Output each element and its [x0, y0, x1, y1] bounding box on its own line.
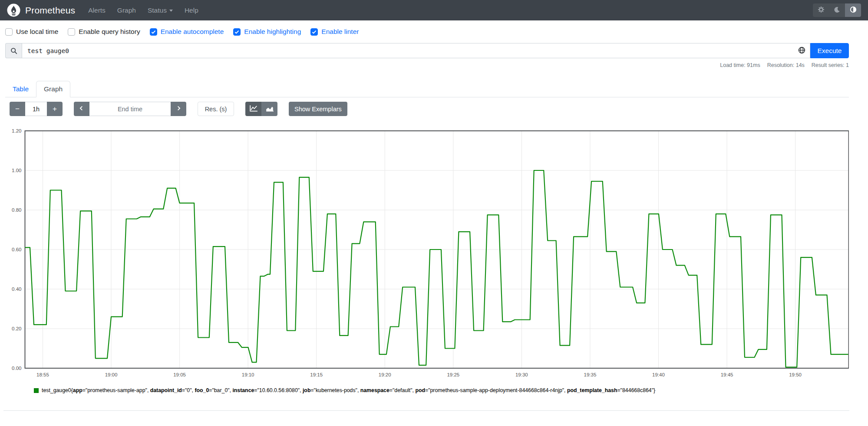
- nav-link-graph[interactable]: Graph: [117, 7, 136, 14]
- gear-icon: [818, 6, 825, 14]
- y-tick-label: 0.00: [12, 366, 21, 371]
- option-label: Use local time: [16, 28, 58, 36]
- checkbox-checked-icon[interactable]: [310, 28, 318, 36]
- x-tick-label: 19:50: [789, 372, 802, 377]
- nav-link-status[interactable]: Status: [148, 7, 173, 14]
- bottom-divider: [3, 410, 849, 411]
- load-time: Load time: 91ms: [720, 62, 760, 68]
- x-tick-label: 19:00: [105, 372, 118, 377]
- x-tick-label: 19:20: [379, 372, 391, 377]
- y-tick-label: 0.60: [12, 247, 21, 252]
- option-use-local-time[interactable]: Use local time: [5, 28, 58, 36]
- settings-button[interactable]: [813, 3, 829, 17]
- brand[interactable]: Prometheus: [7, 3, 75, 17]
- option-enable-query-history[interactable]: Enable query history: [68, 28, 140, 36]
- resolution: Resolution: 14s: [767, 62, 805, 68]
- option-enable-autocomplete[interactable]: Enable autocomplete: [150, 28, 224, 36]
- option-label: Enable linter: [321, 28, 359, 36]
- x-tick-label: 19:30: [515, 372, 528, 377]
- option-label: Enable query history: [79, 28, 140, 36]
- option-enable-highlighting[interactable]: Enable highlighting: [233, 28, 301, 36]
- x-tick-label: 19:25: [447, 372, 459, 377]
- y-tick-label: 0.80: [12, 207, 21, 213]
- checkbox-checked-icon[interactable]: [233, 28, 241, 36]
- series-color-swatch: [34, 388, 39, 393]
- tab-graph[interactable]: Graph: [36, 81, 70, 97]
- x-tick-label: 19:40: [652, 372, 665, 377]
- query-input-group: Execute: [5, 43, 849, 58]
- option-label: Enable autocomplete: [161, 28, 224, 36]
- y-tick-label: 1.00: [12, 168, 21, 173]
- x-tick-label: 18:55: [36, 372, 49, 377]
- query-options-row: Use local timeEnable query historyEnable…: [5, 25, 359, 38]
- navbar-links: AlertsGraphStatusHelp: [88, 7, 813, 14]
- query-stats: Load time: 91ms Resolution: 14s Result s…: [720, 62, 849, 68]
- series-line: [25, 170, 848, 367]
- option-enable-linter[interactable]: Enable linter: [310, 28, 359, 36]
- auto-theme-button[interactable]: [845, 3, 861, 17]
- checkbox-checked-icon[interactable]: [150, 28, 157, 36]
- prometheus-logo-icon: [7, 3, 20, 17]
- panel-tabs: Table Graph: [5, 80, 849, 97]
- theme-toggle-group: [813, 3, 861, 17]
- prometheus-app: Prometheus AlertsGraphStatusHelp: [0, 0, 868, 426]
- search-icon: [5, 43, 22, 58]
- option-label: Enable highlighting: [244, 28, 301, 36]
- y-tick-label: 0.20: [12, 326, 21, 331]
- query-input[interactable]: [22, 43, 794, 58]
- series-label-text: test_gauge0{app="prometheus-sample-app",…: [42, 387, 655, 393]
- x-tick-label: 19:05: [173, 372, 186, 377]
- nav-link-help[interactable]: Help: [185, 7, 198, 14]
- y-tick-label: 1.20: [12, 128, 21, 133]
- x-tick-label: 19:15: [310, 372, 323, 377]
- brand-title: Prometheus: [25, 5, 75, 16]
- tab-table[interactable]: Table: [5, 81, 36, 97]
- moon-icon: [834, 7, 840, 14]
- navbar: Prometheus AlertsGraphStatusHelp: [0, 0, 868, 20]
- x-tick-label: 19:10: [242, 372, 254, 377]
- checkbox-unchecked-icon[interactable]: [68, 28, 75, 36]
- execute-button[interactable]: Execute: [810, 43, 849, 58]
- time-series-chart[interactable]: 0.000.200.400.600.801.001.2018:5519:0019…: [5, 104, 849, 385]
- globe-icon: [798, 47, 805, 55]
- result-series: Result series: 1: [812, 62, 849, 68]
- y-tick-label: 0.40: [12, 286, 21, 292]
- series-legend[interactable]: test_gauge0{app="prometheus-sample-app",…: [34, 387, 655, 393]
- metrics-explorer-button[interactable]: [794, 43, 810, 58]
- x-tick-label: 19:35: [584, 372, 597, 377]
- caret-down-icon: [169, 10, 173, 12]
- checkbox-unchecked-icon[interactable]: [5, 28, 13, 36]
- nav-link-alerts[interactable]: Alerts: [88, 7, 106, 14]
- dark-theme-button[interactable]: [829, 3, 845, 17]
- x-tick-label: 19:45: [721, 372, 733, 377]
- contrast-half-icon: [850, 6, 857, 14]
- legend-series-name: test_gauge0: [42, 387, 71, 393]
